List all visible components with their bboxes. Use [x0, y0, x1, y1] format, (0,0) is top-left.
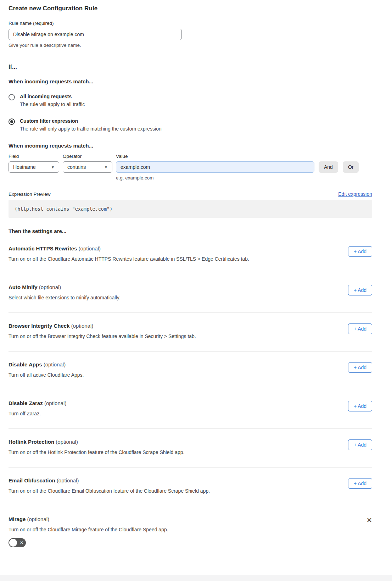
toggle-x-icon: ✕ — [20, 541, 23, 545]
expression-builder: When incoming requests match... Field Ho… — [9, 143, 372, 218]
setting-description: Turn on or off the Browser Integrity Che… — [9, 333, 196, 339]
radio-selected-icon[interactable] — [9, 118, 15, 125]
value-input[interactable] — [116, 161, 314, 173]
rule-name-helper: Give your rule a descriptive name. — [9, 43, 372, 48]
setting-description: Turn on or off the Cloudflare Automatic … — [9, 256, 249, 262]
setting-row: Email Obfuscation (optional) Turn on or … — [9, 467, 372, 506]
setting-add-button[interactable]: + Add — [348, 323, 372, 334]
chevron-down-icon: ▼ — [51, 165, 55, 169]
setting-row: Automatic HTTPS Rewrites (optional) Turn… — [9, 236, 372, 274]
setting-description: Turn on or off the Cloudflare Email Obfu… — [9, 488, 210, 494]
radio-label: All incoming requests — [20, 94, 85, 99]
setting-optional-suffix: (optional) — [57, 477, 79, 483]
operator-select[interactable]: contains ▼ — [63, 161, 112, 173]
setting-name: Mirage — [9, 516, 26, 522]
setting-description: Turn off Zaraz. — [9, 411, 66, 416]
radio-description: The rule will only apply to traffic matc… — [20, 126, 162, 132]
setting-add-button[interactable]: + Add — [348, 478, 372, 489]
rule-name-input[interactable] — [9, 29, 182, 40]
setting-name: Browser Integrity Check — [9, 323, 70, 329]
field-label: Field — [9, 154, 59, 159]
rule-name-label: Rule name (required) — [9, 21, 372, 26]
setting-description: Turn off all active Cloudflare Apps. — [9, 372, 84, 378]
setting-add-button[interactable]: + Add — [348, 246, 372, 257]
match-heading: When incoming requests match... — [9, 78, 372, 84]
setting-row: Disable Zaraz (optional) Turn off Zaraz.… — [9, 390, 372, 429]
setting-name: Automatic HTTPS Rewrites — [9, 245, 77, 251]
expression-preview-code: (http.host contains "example.com") — [9, 200, 372, 218]
create-configuration-rule-form: Create new Configuration Rule Rule name … — [0, 0, 392, 561]
setting-row: Disable Apps (optional) Turn off all act… — [9, 352, 372, 390]
setting-row: Browser Integrity Check (optional) Turn … — [9, 313, 372, 352]
edit-expression-link[interactable]: Edit expression — [338, 191, 372, 197]
setting-optional-suffix: (optional) — [56, 439, 78, 445]
if-heading: If... — [9, 63, 372, 70]
setting-add-button[interactable]: + Add — [348, 401, 372, 411]
expression-preview-label: Expression Preview — [9, 192, 51, 197]
setting-description: Turn on or off the Hotlink Protection fe… — [9, 449, 185, 455]
setting-optional-suffix: (optional) — [79, 245, 101, 251]
setting-name: Hotlink Protection — [9, 439, 54, 445]
value-label: Value — [116, 154, 314, 159]
setting-name: Disable Zaraz — [9, 400, 43, 406]
then-heading: Then the settings are... — [9, 228, 372, 234]
setting-row: Hotlink Protection (optional) Turn on or… — [9, 429, 372, 467]
setting-optional-suffix: (optional) — [44, 361, 66, 367]
radio-option-custom-filter-expression[interactable]: Custom filter expression The rule will o… — [9, 118, 372, 132]
setting-optional-suffix: (optional) — [44, 400, 67, 406]
chevron-down-icon: ▼ — [104, 165, 108, 169]
radio-description: The rule will apply to all traffic — [20, 101, 85, 107]
remove-setting-icon[interactable]: ✕ — [366, 517, 372, 524]
value-helper: e.g. example.com — [116, 175, 372, 181]
and-button[interactable]: And — [319, 161, 338, 173]
setting-add-button[interactable]: + Add — [348, 285, 372, 295]
setting-add-button[interactable]: + Add — [348, 439, 372, 450]
settings-list: Automatic HTTPS Rewrites (optional) Turn… — [9, 236, 372, 561]
operator-label: Operator — [63, 154, 112, 159]
radio-unselected-icon[interactable] — [9, 94, 15, 100]
setting-description: Turn on or off the Cloudflare Mirage fea… — [9, 527, 168, 532]
field-select[interactable]: Hostname ▼ — [9, 161, 59, 173]
setting-name: Auto Minify — [9, 284, 38, 290]
setting-row: Auto Minify (optional) Select which file… — [9, 274, 372, 313]
setting-add-button[interactable]: + Add — [348, 362, 372, 373]
request-match-radio-group: All incoming requests The rule will appl… — [9, 94, 372, 132]
setting-optional-suffix: (optional) — [71, 323, 94, 329]
setting-optional-suffix: (optional) — [27, 516, 50, 522]
or-button[interactable]: Or — [343, 161, 359, 173]
setting-description: Select which file extensions to minify a… — [9, 295, 121, 300]
field-select-value: Hostname — [13, 164, 36, 170]
setting-name: Email Obfuscation — [9, 477, 55, 483]
setting-toggle-off[interactable]: ✕ — [9, 538, 26, 547]
radio-option-all-incoming-requests[interactable]: All incoming requests The rule will appl… — [9, 94, 372, 107]
setting-optional-suffix: (optional) — [39, 284, 61, 290]
toggle-knob — [9, 539, 17, 547]
setting-row: Mirage (optional) Turn on or off the Clo… — [9, 506, 372, 561]
setting-name: Disable Apps — [9, 361, 42, 367]
operator-select-value: contains — [67, 164, 86, 170]
builder-heading: When incoming requests match... — [9, 143, 372, 149]
page-title: Create new Configuration Rule — [9, 5, 372, 12]
radio-label: Custom filter expression — [20, 118, 162, 124]
footer-band — [0, 575, 392, 581]
section-divider — [9, 56, 372, 56]
